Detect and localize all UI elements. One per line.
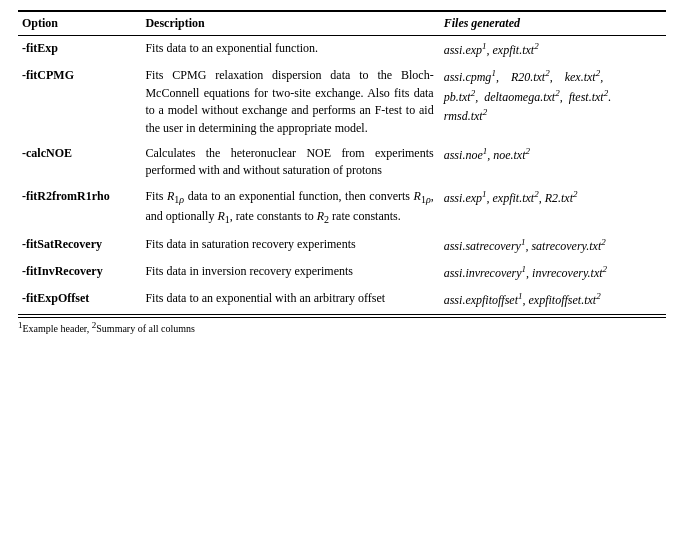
header-description: Description	[141, 11, 439, 36]
table-row: -fitSatRecovery Fits data in saturation …	[18, 232, 666, 259]
table-row: -fitInvRecovery Fits data in inversion r…	[18, 259, 666, 286]
files-fitr2: assi.exp1, expfit.txt2, R2.txt2	[440, 184, 666, 232]
files-fitexpoffset: assi.expfitoffset1, expfitoffset.txt2	[440, 286, 666, 314]
option-fitcpmg: -fitCPMG	[18, 63, 141, 141]
desc-fitr2: Fits R1ρ data to an exponential function…	[141, 184, 439, 232]
files-calcnoe: assi.noe1, noe.txt2	[440, 141, 666, 184]
table-row: -fitExpOffset Fits data to an exponentia…	[18, 286, 666, 314]
desc-fitinv: Fits data in inversion recovery experime…	[141, 259, 439, 286]
option-fitsat: -fitSatRecovery	[18, 232, 141, 259]
files-fitsat: assi.satrecovery1, satrecovery.txt2	[440, 232, 666, 259]
option-calcnoe: -calcNOE	[18, 141, 141, 184]
desc-fitexpoffset: Fits data to an exponential with an arbi…	[141, 286, 439, 314]
option-fitinv: -fitInvRecovery	[18, 259, 141, 286]
files-fitinv: assi.invrecovery1, invrecovery.txt2	[440, 259, 666, 286]
table-row: -fitCPMG Fits CPMG relaxation dispersion…	[18, 63, 666, 141]
header-files: Files generated	[440, 11, 666, 36]
table-row: -fitR2fromR1rho Fits R1ρ data to an expo…	[18, 184, 666, 232]
desc-fitsat: Fits data in saturation recovery experim…	[141, 232, 439, 259]
option-fitexp: -fitExp	[18, 36, 141, 64]
table-row: -fitExp Fits data to an exponential func…	[18, 36, 666, 64]
files-fitexp: assi.exp1, expfit.txt2	[440, 36, 666, 64]
footnote: 1Example header, 2Summary of all columns	[18, 317, 666, 334]
header-option: Option	[18, 11, 141, 36]
desc-fitcpmg: Fits CPMG relaxation dispersion data to …	[141, 63, 439, 141]
option-fitr2: -fitR2fromR1rho	[18, 184, 141, 232]
option-fitexpoffset: -fitExpOffset	[18, 286, 141, 314]
table-row: -calcNOE Calculates the heteronuclear NO…	[18, 141, 666, 184]
desc-fitexp: Fits data to an exponential function.	[141, 36, 439, 64]
desc-calcnoe: Calculates the heteronuclear NOE from ex…	[141, 141, 439, 184]
files-fitcpmg: assi.cpmg1, R20.txt2, kex.txt2, pb.txt2,…	[440, 63, 666, 141]
